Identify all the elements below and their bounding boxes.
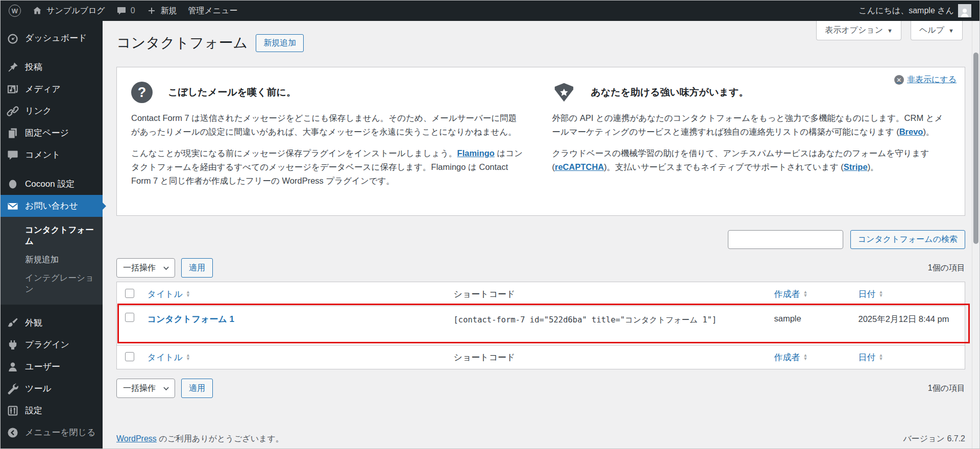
chevron-down-icon <box>163 265 169 271</box>
sidebar-item-label: お問い合わせ <box>25 200 78 212</box>
sort-arrows-icon: ▲▼ <box>803 354 808 361</box>
panel-text: 外部の API との連携があなたのコンタクトフォームをもっと強力で多機能なものに… <box>552 113 943 136</box>
screen-options-label: 表示オプション <box>825 25 883 36</box>
dashboard-icon <box>7 32 19 44</box>
plus-icon <box>146 6 157 16</box>
table-header-row: タイトル▲▼ ショートコード 作成者▲▼ 日付▲▼ <box>117 282 965 306</box>
select-all-checkbox[interactable] <box>125 352 134 361</box>
sidebar-item-contact[interactable]: お問い合わせ <box>1 195 103 217</box>
link-icon <box>7 105 19 117</box>
shield-star-icon <box>552 82 576 103</box>
row-checkbox[interactable] <box>125 313 134 322</box>
stripe-link[interactable]: Stripe <box>844 162 868 171</box>
panel-text: )。 <box>923 127 934 136</box>
home-icon <box>32 6 42 16</box>
sidebar-item-label: コメント <box>25 149 61 161</box>
help-label: ヘルプ <box>919 25 944 36</box>
select-all-checkbox[interactable] <box>125 289 134 298</box>
sidebar-item-settings[interactable]: 設定 <box>1 400 103 421</box>
wp-logo-menu[interactable]: W <box>9 5 21 17</box>
sidebar-item-label: ツール <box>25 383 52 394</box>
comment-icon <box>7 149 19 161</box>
column-date-label: 日付 <box>859 352 876 363</box>
recaptcha-link[interactable]: reCAPTCHA <box>555 162 604 171</box>
sidebar-item-label: プラグイン <box>25 339 69 351</box>
table-row: コンタクトフォーム 1 [contact-form-7 id="522d6ba"… <box>117 306 965 345</box>
sort-title-header[interactable]: タイトル▲▼ <box>148 352 191 363</box>
submenu-item-add-new[interactable]: 新規追加 <box>1 251 103 269</box>
sidebar-item-pages[interactable]: 固定ページ <box>1 122 103 144</box>
search-input[interactable] <box>728 230 843 249</box>
panel-column-integrations: あなたを助ける強い味方がいます。 外部の API との連携があなたのコンタクトフ… <box>552 69 945 188</box>
apply-button-bottom[interactable]: 適用 <box>181 379 213 398</box>
bulk-action-select-bottom[interactable]: 一括操作 <box>116 379 175 398</box>
sidebar-item-users[interactable]: ユーザー <box>1 356 103 378</box>
flamingo-link[interactable]: Flamingo <box>457 148 495 158</box>
sidebar-item-cocoon-settings[interactable]: Cocoon 設定 <box>1 173 103 195</box>
comments-link[interactable]: 0 <box>116 6 135 16</box>
sidebar-item-label: Cocoon 設定 <box>25 178 75 190</box>
column-title-label: タイトル <box>148 352 183 363</box>
column-date-label: 日付 <box>859 288 876 300</box>
table-footer-row: タイトル▲▼ ショートコード 作成者▲▼ 日付▲▼ <box>117 345 965 369</box>
bulk-action-select[interactable]: 一括操作 <box>116 258 175 278</box>
panel-paragraph: Contact Form 7 は送信されたメッセージをどこにも保存しません。その… <box>131 111 524 138</box>
panel-heading-right: あなたを助ける強い味方がいます。 <box>591 86 749 99</box>
sort-author-header[interactable]: 作成者▲▼ <box>774 352 808 363</box>
help-tab[interactable]: ヘルプ ▼ <box>911 21 963 40</box>
pin-icon <box>7 61 19 73</box>
sort-author-header[interactable]: 作成者▲▼ <box>774 288 808 300</box>
site-name-link[interactable]: サンプルブログ <box>32 6 105 16</box>
sidebar-item-label: メディア <box>25 83 61 95</box>
screen-meta-links: 表示オプション ▼ ヘルプ ▼ <box>816 21 963 40</box>
sidebar-item-comments[interactable]: コメント <box>1 144 103 166</box>
column-shortcode-label: ショートコード <box>449 282 769 306</box>
panel-heading-left: こぼしたメールを嘆く前に。 <box>168 86 296 99</box>
dismiss-label: 非表示にする <box>907 74 957 85</box>
sidebar-item-posts[interactable]: 投稿 <box>1 56 103 78</box>
new-content-link[interactable]: 新規 <box>146 6 177 16</box>
wordpress-admin-screen: W サンプルブログ 0 新規 管理メニュー こんにちは、sample さん <box>0 0 980 449</box>
apply-button[interactable]: 適用 <box>181 258 213 278</box>
search-button[interactable]: コンタクトフォームの検索 <box>850 230 965 249</box>
add-new-button[interactable]: 新規追加 <box>256 34 304 52</box>
greeting-text: こんにちは、sample さん <box>859 6 954 16</box>
sidebar-item-tools[interactable]: ツール <box>1 378 103 400</box>
sidebar-item-appearance[interactable]: 外観 <box>1 312 103 334</box>
sort-title-header[interactable]: タイトル▲▼ <box>148 288 191 300</box>
row-date: 2025年2月12日 8:44 pm <box>853 306 965 345</box>
row-title-link[interactable]: コンタクトフォーム 1 <box>148 314 234 324</box>
admin-menu-label: 管理メニュー <box>188 6 238 16</box>
column-shortcode-label: ショートコード <box>449 345 769 369</box>
brevo-link[interactable]: Brevo <box>899 127 923 136</box>
cocoon-icon <box>7 178 19 190</box>
comments-bubble-icon <box>116 6 127 16</box>
scrollbar-thumb[interactable] <box>973 53 978 244</box>
dismiss-panel-link[interactable]: ✕ 非表示にする <box>894 74 957 85</box>
screen-options-tab[interactable]: 表示オプション ▼ <box>816 21 901 40</box>
sort-date-header[interactable]: 日付▲▼ <box>859 288 884 300</box>
footer-thanks-text: のご利用ありがとうございます。 <box>157 434 284 443</box>
sidebar-item-plugins[interactable]: プラグイン <box>1 334 103 356</box>
wrench-icon <box>7 383 19 395</box>
wordpress-link[interactable]: WordPress <box>116 434 157 443</box>
footer-version: バージョン 6.7.2 <box>903 434 965 444</box>
sidebar-item-collapse-menu[interactable]: メニューを閉じる <box>1 421 103 443</box>
sidebar-item-media[interactable]: メディア <box>1 78 103 100</box>
my-account-link[interactable]: こんにちは、sample さん <box>859 4 971 17</box>
admin-bar: W サンプルブログ 0 新規 管理メニュー こんにちは、sample さん <box>1 1 979 21</box>
sort-date-header[interactable]: 日付▲▼ <box>859 352 884 363</box>
submenu-item-contact-forms[interactable]: コンタクトフォーム <box>1 221 103 251</box>
sidebar-item-label: 投稿 <box>25 61 42 73</box>
column-author-label: 作成者 <box>774 352 800 363</box>
envelope-icon <box>7 200 19 212</box>
vertical-scrollbar[interactable] <box>972 21 979 449</box>
column-author-label: 作成者 <box>774 288 800 300</box>
sidebar-item-dashboard[interactable]: ダッシュボード <box>1 27 103 49</box>
row-shortcode: [contact-form-7 id="522d6ba" title="コンタク… <box>449 306 769 345</box>
admin-menu-link[interactable]: 管理メニュー <box>188 6 238 16</box>
bulk-action-label: 一括操作 <box>123 383 156 394</box>
admin-footer: WordPress のご利用ありがとうございます。 バージョン 6.7.2 <box>116 434 965 444</box>
submenu-item-integration[interactable]: インテグレーション <box>1 269 103 298</box>
sidebar-item-links[interactable]: リンク <box>1 100 103 122</box>
